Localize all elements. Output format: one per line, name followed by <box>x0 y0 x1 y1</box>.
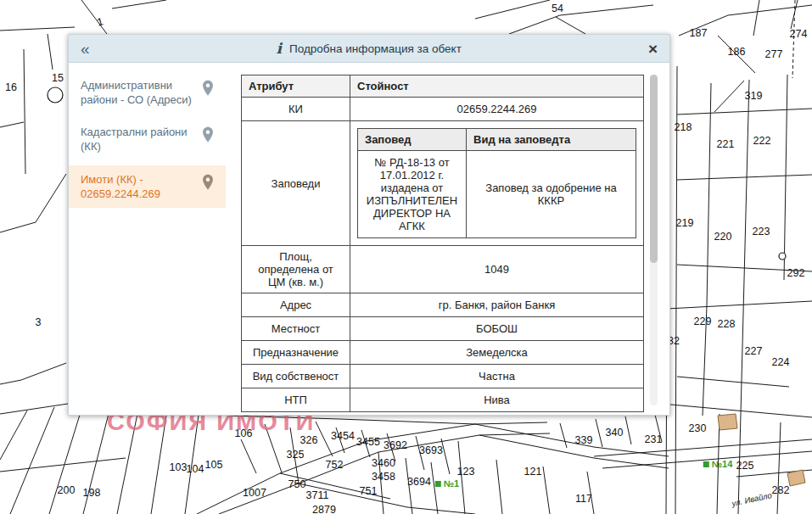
table-row-address: Адрес гр. Банкя, район Банкя <box>242 293 644 317</box>
orders-data-row: № РД-18-13 от 17.01.2012 г. издадена от … <box>358 151 636 238</box>
sidebar-item-label: Кадастрални райони (КК) <box>81 125 199 154</box>
table-row-area: Площ, определена от ЦМ (кв. м.) 1049 <box>242 246 644 293</box>
map-pin-icon <box>199 79 219 101</box>
sidebar-item-property-selected[interactable]: Имоти (КК) - 02659.2244.269 <box>69 165 226 208</box>
attribute-cell: Вид собственост <box>242 365 350 388</box>
orders-column-order: Заповед <box>358 129 467 151</box>
column-header-attribute: Атрибут <box>242 75 350 98</box>
layers-sidebar: Административни райони - СО (Адреси) Кад… <box>69 63 226 415</box>
value-cell: Частна <box>350 365 644 388</box>
attribute-cell: Предназначение <box>242 341 350 365</box>
details-content: Атрибут Стойност КИ 02659.2244.269 Запов… <box>226 63 669 415</box>
orders-table: Заповед Вид на заповедта № РД-18-13 от 1… <box>357 128 636 238</box>
table-row-ki: КИ 02659.2244.269 <box>242 98 644 121</box>
orders-column-kind: Вид на заповедта <box>467 129 636 151</box>
map-marker: №1 <box>435 478 459 489</box>
table-row-ownership: Вид собственост Частна <box>242 365 644 388</box>
attribute-cell: КИ <box>242 98 350 121</box>
table-row-ntp: НТП Нива <box>242 388 644 412</box>
panel-title: Подробна информация за обект <box>289 42 462 55</box>
map-marker: №14 <box>703 459 733 469</box>
object-info-panel: « i Подробна информация за обект × Админ… <box>68 34 670 416</box>
table-scrollbar-thumb[interactable] <box>650 75 658 263</box>
attribute-cell: Адрес <box>242 293 350 317</box>
marker-square-icon <box>703 461 709 467</box>
panel-body: Административни райони - СО (Адреси) Кад… <box>69 63 669 415</box>
sidebar-item-administrative-regions[interactable]: Административни райони - СО (Адреси) <box>69 71 226 114</box>
marker-label: №1 <box>444 478 459 489</box>
value-cell: 02659.2244.269 <box>350 98 644 121</box>
marker-label: №14 <box>712 459 733 469</box>
map-pin-icon <box>199 126 219 148</box>
table-row-locality: Местност БОБОШ <box>242 317 644 341</box>
marker-square-icon <box>435 481 441 487</box>
attribute-cell: Заповеди <box>242 121 350 246</box>
attributes-table: Атрибут Стойност КИ 02659.2244.269 Запов… <box>241 75 644 412</box>
orders-value-cell: Заповед Вид на заповедта № РД-18-13 от 1… <box>350 121 644 246</box>
map-pin-icon <box>199 173 219 195</box>
map-application: 5411871862742771516319218221222219220223… <box>0 0 812 514</box>
table-row-orders: Заповеди Заповед Вид на заповедта <box>242 121 644 246</box>
close-panel-button[interactable]: × <box>648 41 658 57</box>
value-cell: гр. Банкя, район Банкя <box>350 293 644 317</box>
table-scrollbar-track[interactable] <box>650 75 658 405</box>
panel-header: « i Подробна информация за обект × <box>69 35 669 63</box>
orders-header-row: Заповед Вид на заповедта <box>358 129 636 151</box>
attribute-cell: НТП <box>242 388 350 412</box>
table-header-row: Атрибут Стойност <box>242 75 644 98</box>
value-cell: 1049 <box>350 246 644 293</box>
info-icon: i <box>277 40 282 57</box>
order-number-cell: № РД-18-13 от 17.01.2012 г. издадена от … <box>358 151 467 238</box>
column-header-value: Стойност <box>350 75 644 98</box>
sidebar-item-label: Административни райони - СО (Адреси) <box>81 78 199 107</box>
table-row-purpose: Предназначение Земеделска <box>242 341 644 365</box>
collapse-sidebar-button[interactable]: « <box>81 41 90 57</box>
sidebar-item-cadastral-regions[interactable]: Кадастрални райони (КК) <box>69 118 226 160</box>
value-cell: БОБОШ <box>350 317 644 341</box>
value-cell: Земеделска <box>350 341 644 365</box>
attribute-cell: Площ, определена от ЦМ (кв. м.) <box>242 246 350 293</box>
order-kind-cell: Заповед за одобрение на КККР <box>467 151 636 238</box>
value-cell: Нива <box>350 388 644 412</box>
panel-title-wrap: i Подробна информация за обект <box>90 40 648 57</box>
attribute-cell: Местност <box>242 317 350 341</box>
sidebar-item-label: Имоти (КК) - 02659.2244.269 <box>81 172 199 201</box>
